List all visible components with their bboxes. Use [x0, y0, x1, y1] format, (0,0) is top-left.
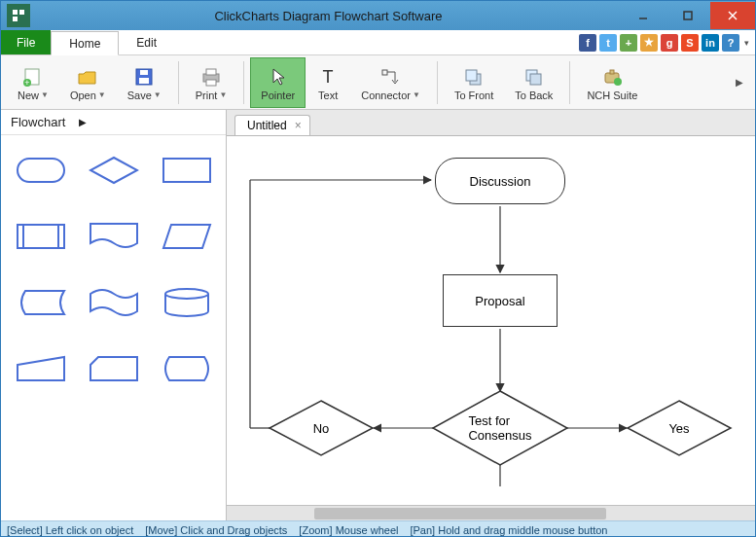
tofront-label: To Front — [454, 90, 493, 101]
svg-marker-26 — [90, 158, 137, 183]
help-dropdown-icon[interactable]: ▾ — [744, 38, 749, 48]
svg-rect-2 — [13, 17, 18, 21]
window-title: ClickCharts Diagram Flowchart Software — [36, 9, 621, 23]
nchsuite-icon — [600, 64, 624, 90]
shape-display[interactable] — [157, 347, 216, 390]
pointer-icon — [267, 64, 290, 90]
pointer-button[interactable]: Pointer — [250, 57, 306, 108]
svg-marker-33 — [18, 357, 64, 380]
node-yes[interactable]: Yes — [628, 401, 731, 455]
nchsuite-button[interactable]: NCH Suite — [576, 57, 648, 108]
tofront-icon — [462, 64, 486, 90]
facebook-icon[interactable]: f — [579, 34, 596, 52]
toolbar-overflow[interactable]: ▶ — [730, 77, 749, 88]
connector-dropdown-icon[interactable]: ▼ — [413, 90, 420, 99]
bookmark-icon[interactable]: ★ — [640, 34, 658, 52]
shape-tape[interactable] — [84, 281, 143, 324]
document-tabs: Untitled × — [227, 110, 755, 135]
svg-rect-4 — [684, 12, 692, 19]
shape-category-label: Flowchart — [11, 115, 65, 129]
text-label: Text — [318, 90, 338, 101]
toback-label: To Back — [515, 90, 553, 101]
print-button[interactable]: Print▼ — [185, 57, 238, 108]
shape-stored-data[interactable] — [11, 281, 70, 324]
save-label: Save — [127, 90, 152, 101]
svg-rect-14 — [206, 69, 216, 75]
shape-decision[interactable] — [84, 149, 143, 192]
linkedin-icon[interactable]: in — [702, 34, 719, 52]
shape-terminator[interactable] — [11, 149, 70, 192]
status-move: [Move] Click and Drag objects — [145, 524, 287, 536]
shape-document[interactable] — [84, 215, 143, 258]
titlebar: ClickCharts Diagram Flowchart Software — [1, 1, 755, 30]
tab-edit[interactable]: Edit — [119, 30, 175, 54]
svg-point-24 — [614, 78, 622, 86]
node-proposal[interactable]: Proposal — [443, 274, 558, 327]
close-tab-icon[interactable]: × — [295, 119, 302, 132]
save-icon — [132, 64, 156, 90]
print-icon — [199, 64, 223, 90]
new-dropdown-icon[interactable]: ▼ — [41, 90, 49, 99]
shape-panel: Flowchart ▶ — [1, 110, 227, 520]
shape-process[interactable] — [157, 149, 216, 192]
new-icon: + — [21, 64, 45, 90]
open-dropdown-icon[interactable]: ▼ — [98, 90, 106, 99]
share-icon[interactable]: + — [620, 34, 637, 52]
save-dropdown-icon[interactable]: ▼ — [154, 90, 162, 99]
status-zoom: [Zoom] Mouse wheel — [299, 524, 398, 536]
maximize-button[interactable] — [666, 2, 710, 29]
tofront-button[interactable]: To Front — [444, 57, 504, 108]
shape-database[interactable] — [157, 281, 216, 324]
svg-text:T: T — [323, 67, 334, 87]
tab-home[interactable]: Home — [51, 31, 119, 55]
svg-rect-25 — [18, 159, 64, 182]
connector-button[interactable]: Connector▼ — [350, 57, 431, 108]
svg-rect-15 — [206, 80, 216, 86]
svg-marker-34 — [90, 357, 137, 380]
google-icon[interactable]: g — [661, 34, 678, 52]
connector-label: Connector — [361, 90, 411, 101]
new-button[interactable]: +New▼ — [7, 57, 59, 108]
shape-predefined[interactable] — [11, 215, 70, 258]
shape-data[interactable] — [157, 215, 216, 258]
toback-button[interactable]: To Back — [504, 57, 563, 108]
svg-rect-19 — [466, 70, 477, 81]
open-button[interactable]: Open▼ — [59, 57, 117, 108]
canvas[interactable]: Discussion Proposal Test for Consensus N… — [227, 135, 755, 505]
toback-icon — [522, 64, 546, 90]
status-select: [Select] Left click on object — [7, 524, 133, 536]
node-test[interactable]: Test for Consensus — [433, 391, 567, 465]
svg-rect-12 — [140, 70, 148, 75]
app-icon — [7, 4, 30, 27]
svg-rect-28 — [18, 225, 64, 248]
connector-icon — [379, 64, 403, 90]
open-label: Open — [70, 90, 96, 101]
svg-rect-27 — [163, 159, 210, 182]
node-discussion[interactable]: Discussion — [435, 158, 565, 204]
shape-category-header[interactable]: Flowchart ▶ — [1, 110, 226, 135]
close-button[interactable] — [710, 2, 755, 29]
svg-text:+: + — [24, 78, 29, 88]
document-tab[interactable]: Untitled × — [234, 115, 310, 135]
text-icon: T — [316, 64, 340, 90]
text-button[interactable]: TText — [306, 57, 350, 108]
new-label: New — [18, 90, 39, 101]
shape-manual-input[interactable] — [11, 347, 70, 390]
svg-marker-31 — [163, 225, 210, 248]
print-dropdown-icon[interactable]: ▼ — [219, 90, 227, 99]
node-no[interactable]: No — [270, 401, 373, 455]
svg-rect-23 — [610, 70, 614, 74]
file-menu[interactable]: File — [1, 30, 51, 54]
twitter-icon[interactable]: t — [599, 34, 617, 52]
status-pan: [Pan] Hold and drag middle mouse button — [410, 524, 607, 536]
status-bar: [Select] Left click on object [Move] Cli… — [1, 520, 755, 537]
minimize-button[interactable] — [621, 2, 666, 29]
help-icon[interactable]: ? — [722, 34, 739, 52]
svg-rect-11 — [139, 78, 149, 84]
save-button[interactable]: Save▼ — [117, 57, 172, 108]
print-label: Print — [196, 90, 218, 101]
svg-rect-17 — [382, 70, 387, 75]
horizontal-scrollbar[interactable] — [227, 505, 755, 520]
shape-card[interactable] — [84, 347, 143, 390]
stumble-icon[interactable]: S — [681, 34, 699, 52]
